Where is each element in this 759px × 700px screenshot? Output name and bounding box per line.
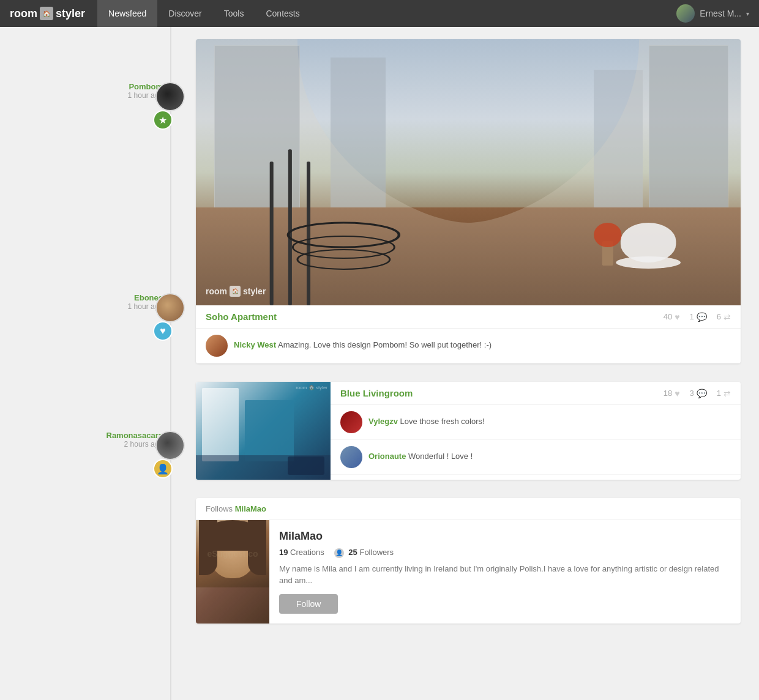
watermark-icon: 🏠 [230, 286, 241, 297]
comment-author-nicky[interactable]: Nicky West [234, 340, 276, 349]
feed-image-soho[interactable]: room 🏠 styler [196, 39, 741, 305]
follow-avatar-milamao[interactable]: eSuggest.co [196, 520, 269, 624]
badge-star-pombom: ★ [153, 110, 173, 130]
feed-stat-shares-soho: 6 ⇄ [717, 312, 731, 322]
comments-count-soho: 1 [690, 312, 694, 321]
followers-icon: 👤 [334, 548, 344, 558]
follow-button[interactable]: Follow [279, 594, 338, 614]
feed-stat-shares-blue: 1 ⇄ [717, 389, 731, 398]
sidebar: Pombom 1 hour ago ★ Ebonee 1 hour ago ♥ … [0, 27, 190, 700]
sidebar-time-ramonasacara: 2 hours ago [107, 440, 163, 449]
feed-stat-likes-soho: 40 ♥ [664, 312, 680, 322]
comment-avatar-nicky[interactable] [206, 335, 228, 357]
soho-watermark: room 🏠 styler [206, 286, 266, 297]
comment-stat-icon: 💬 [697, 312, 707, 322]
feed-comment-soho: Nicky West Amazing. Love this design Pom… [196, 329, 741, 363]
avatar [676, 4, 695, 23]
comment-author-orionaute[interactable]: Orionaute [368, 452, 406, 461]
user-menu[interactable]: Ernest M... ▾ [676, 4, 749, 23]
follow-info: MilaMao 19 Creations 👤 25 Followers My n… [269, 520, 741, 624]
heart-stat-icon-blue: ♥ [675, 389, 679, 398]
feed-stat-likes-blue: 18 ♥ [664, 389, 680, 398]
nav-links: Newsfeed Discover Tools Contests [97, 0, 311, 27]
comment-body-blue-2: Wonderful ! Love ! [408, 452, 473, 461]
feed-card-blue: room 🏠 styler Blue Livingroom 18 ♥ 3 💬 [196, 382, 741, 480]
watermark-text-right: styler [243, 286, 266, 296]
comment-text-blue-1: Vylegzv Love those fresh colors! [368, 411, 485, 427]
comments-count-blue: 3 [690, 389, 694, 398]
page: Pombom 1 hour ago ★ Ebonee 1 hour ago ♥ … [0, 0, 759, 700]
comment-avatar-vylegzv[interactable] [340, 411, 362, 433]
avatar-pombom[interactable] [155, 82, 185, 111]
sidebar-entry-ramonasacara: Ramonasacara 2 hours ago 👤 [0, 431, 190, 452]
comment-stat-icon-blue: 💬 [697, 389, 707, 398]
follow-stats-row: 19 Creations 👤 25 Followers [279, 548, 731, 558]
feed-row-right-blue: Blue Livingroom 18 ♥ 3 💬 1 ⇄ [331, 382, 741, 480]
watermark-text-left: room [206, 286, 227, 296]
share-stat-icon-blue: ⇄ [723, 389, 731, 398]
person-icon: 👤 [157, 463, 169, 475]
shares-count-soho: 6 [717, 312, 721, 321]
sidebar-entry-ebonee: Ebonee 1 hour ago ♥ [0, 293, 190, 315]
follows-prefix: Follows [206, 504, 233, 513]
timeline-line [170, 27, 171, 700]
feed-card-follow: Follows MilaMao eSuggest.co [196, 498, 741, 624]
feed-meta-blue: Blue Livingroom 18 ♥ 3 💬 1 ⇄ [331, 382, 741, 405]
feed-title-blue[interactable]: Blue Livingroom [340, 388, 664, 398]
feed-comment-blue-1: Vylegzv Love those fresh colors! [331, 405, 741, 440]
follow-username[interactable]: MilaMao [279, 530, 731, 543]
follows-name-link[interactable]: MilaMao [235, 504, 266, 513]
follow-followers-stat: 👤 25 Followers [334, 548, 394, 558]
feed-stats-soho: 40 ♥ 1 💬 6 ⇄ [664, 312, 731, 322]
followers-label: Followers [359, 548, 394, 557]
share-stat-icon: ⇄ [723, 312, 731, 322]
comment-author-vylegzv[interactable]: Vylegzv [368, 417, 398, 426]
feed-comment-blue-2: Orionaute Wonderful ! Love ! [331, 440, 741, 475]
logo-icon: 🏠 [40, 7, 53, 20]
follow-body: eSuggest.co MilaMao 19 Creations 👤 25 Fo [196, 520, 741, 624]
comment-body-blue-1: Love those fresh colors! [400, 417, 485, 426]
avatar-ebonee[interactable] [155, 293, 185, 322]
comment-body-soho-text: Amazing. Love this design Pombom! So wel… [278, 340, 492, 349]
follow-creations-stat: 19 Creations [279, 548, 324, 558]
comment-text-soho: Nicky West Amazing. Love this design Pom… [234, 335, 492, 351]
feed-stat-comments-blue: 3 💬 [690, 389, 707, 398]
feed: room 🏠 styler Soho Apartment 40 ♥ 1 💬 [190, 27, 753, 700]
navbar: room 🏠 styler Newsfeed Discover Tools Co… [0, 0, 759, 27]
feed-stats-blue: 18 ♥ 3 💬 1 ⇄ [664, 389, 731, 398]
svg-rect-2 [307, 162, 310, 305]
likes-count-blue: 18 [664, 389, 672, 398]
nav-tools[interactable]: Tools [213, 0, 255, 27]
feed-title-soho[interactable]: Soho Apartment [206, 311, 664, 322]
feed-meta-soho: Soho Apartment 40 ♥ 1 💬 6 ⇄ [196, 305, 741, 329]
nav-discover[interactable]: Discover [157, 0, 212, 27]
logo-text-right: styler [56, 7, 85, 20]
sidebar-entry-text-ramonasacara: Ramonasacara 2 hours ago [107, 431, 163, 449]
comment-avatar-orionaute[interactable] [340, 446, 362, 468]
svg-rect-7 [621, 223, 676, 262]
star-icon: ★ [159, 114, 167, 126]
svg-point-9 [594, 223, 621, 247]
feed-card-soho: room 🏠 styler Soho Apartment 40 ♥ 1 💬 [196, 39, 741, 363]
comment-text-blue-2: Orionaute Wonderful ! Love ! [368, 446, 473, 462]
sidebar-entry-pombom: Pombom 1 hour ago ★ [0, 82, 190, 103]
site-logo[interactable]: room 🏠 styler [10, 7, 85, 20]
avatar-ramonasacara[interactable] [155, 431, 185, 460]
sidebar-name-ramonasacara[interactable]: Ramonasacara [107, 431, 163, 440]
likes-count-soho: 40 [664, 312, 672, 321]
creations-label: Creations [290, 548, 324, 557]
shares-count-blue: 1 [717, 389, 721, 398]
logo-text-left: room [10, 7, 37, 20]
svg-rect-0 [270, 162, 274, 305]
follow-bio: My name is Mila and I am currently livin… [279, 563, 731, 587]
badge-person-ramonasacara: 👤 [153, 459, 173, 478]
nav-contests[interactable]: Contests [255, 0, 310, 27]
creations-count: 19 [279, 548, 288, 557]
user-name: Ernest M... [700, 9, 741, 18]
follow-header: Follows MilaMao [196, 498, 741, 520]
feed-image-blue[interactable]: room 🏠 styler [196, 382, 331, 480]
followers-count: 25 [348, 548, 357, 557]
feed-stat-comments-soho: 1 💬 [690, 312, 707, 322]
nav-newsfeed[interactable]: Newsfeed [97, 0, 157, 27]
dropdown-arrow-icon: ▾ [746, 10, 749, 17]
